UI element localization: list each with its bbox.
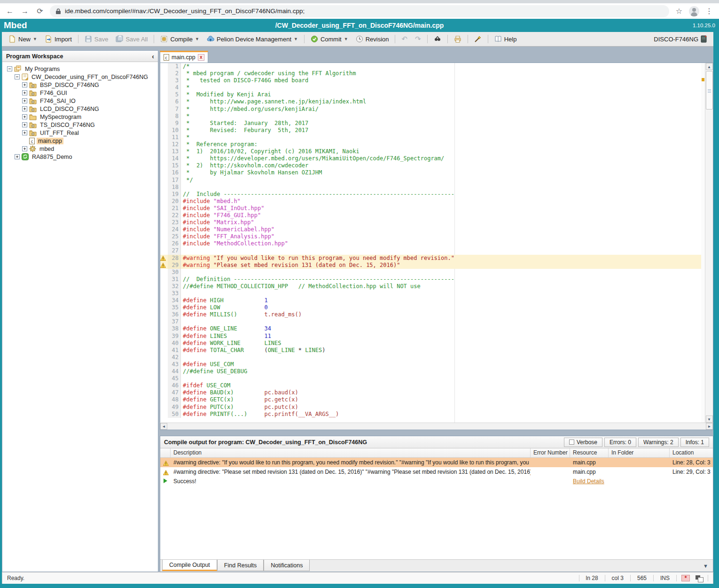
bookmark-star-icon[interactable]: ☆: [674, 7, 684, 16]
code-line-37[interactable]: 37: [160, 318, 701, 325]
bottom-tab-compile-output[interactable]: Compile Output: [162, 560, 217, 571]
tree-item-my-programs[interactable]: My Programs: [2, 65, 158, 73]
revision-button[interactable]: Revision: [353, 34, 392, 44]
code-line-18[interactable]: 18: [160, 184, 701, 191]
code-line-21[interactable]: 21#include "SAI_InOut.hpp": [160, 205, 701, 212]
tree-item-myspectrogram[interactable]: MySpectrogram: [2, 113, 158, 121]
code-line-50[interactable]: 50#define PRINTF(...) pc.printf(__VA_ARG…: [160, 411, 701, 418]
expand-plus-icon[interactable]: [22, 82, 27, 87]
column-resource[interactable]: Resource: [570, 448, 609, 457]
code-line-14[interactable]: 14 * https://developer.mbed.org/users/Mi…: [160, 155, 701, 162]
code-line-22[interactable]: 22#include "F746_GUI.hpp": [160, 212, 701, 219]
expand-plus-icon[interactable]: [22, 122, 27, 127]
code-line-19[interactable]: 19// Include ---------------------------…: [160, 191, 701, 198]
infos-filter-button[interactable]: Infos: 1: [680, 438, 709, 447]
tree-item-bsp-disco-f746ng[interactable]: BSP_DISCO_F746NG: [2, 81, 158, 89]
tree-item-ra8875-demo[interactable]: RA8875_Demo: [2, 153, 158, 161]
browser-back-icon[interactable]: ←: [5, 7, 15, 16]
code-line-11[interactable]: 11 *: [160, 134, 701, 141]
code-line-26[interactable]: 26#include "MethodCollection.hpp": [160, 240, 701, 247]
code-line-20[interactable]: 20#include "mbed.h": [160, 198, 701, 205]
code-line-34[interactable]: 34#define HIGH 1: [160, 297, 701, 304]
code-editor[interactable]: 1/*2 * mbed program / cwdecoder using th…: [160, 63, 713, 423]
tree-item-main-cpp[interactable]: cmain.cpp: [2, 137, 158, 145]
collapse-minus-icon[interactable]: [15, 74, 20, 79]
code-line-28[interactable]: 28#warning "If you would like to run thi…: [160, 255, 701, 262]
code-line-7[interactable]: 7 * http://mbed.org/users/kenjiArai/: [160, 106, 701, 113]
help-button[interactable]: Help: [492, 34, 520, 44]
code-line-41[interactable]: 41#define TOTAL_CHAR (ONE_LINE * LINES): [160, 347, 701, 354]
redo-icon[interactable]: ↷: [412, 33, 424, 45]
compile-result-row[interactable]: #warning directive: "If you would like t…: [160, 458, 713, 467]
code-line-12[interactable]: 12 * Reference program:: [160, 141, 701, 148]
bottom-tab-find-results[interactable]: Find Results: [217, 560, 264, 571]
code-line-33[interactable]: 33: [160, 290, 701, 297]
tree-item-cw-decoder-using-fft-on-discof746ng[interactable]: CW_Decoder_using_FFT_on_DiscoF746NG: [2, 73, 158, 81]
code-line-2[interactable]: 2 * mbed program / cwdecoder using the F…: [160, 70, 701, 77]
compile-button[interactable]: Compile▼: [157, 34, 202, 44]
browser-reload-icon[interactable]: ⟳: [35, 7, 45, 16]
compile-result-row[interactable]: Success!Build Details: [160, 477, 713, 486]
scroll-right-icon[interactable]: ►: [706, 423, 713, 430]
address-bar[interactable]: ide.mbed.com/compiler/#nav:/CW_Decoder_u…: [50, 5, 669, 17]
commit-button[interactable]: Commit▼: [308, 34, 351, 44]
code-line-1[interactable]: 1/*: [160, 63, 701, 70]
code-line-25[interactable]: 25#include "FFT_Analysis.hpp": [160, 233, 701, 240]
warnings-filter-button[interactable]: Warnings: 2: [638, 438, 679, 447]
code-line-48[interactable]: 48#define GETC(x) pc.getc(x): [160, 396, 701, 403]
column-description[interactable]: Description: [171, 448, 531, 457]
code-line-10[interactable]: 10 * Revised: Feburary 5th, 2017: [160, 127, 701, 134]
compile-result-row[interactable]: #warning directive: "Please set mbed rev…: [160, 467, 713, 477]
errors-filter-button[interactable]: Errors: 0: [604, 438, 636, 447]
tree-item-lcd-disco-f746ng[interactable]: LCD_DISCO_F746NG: [2, 105, 158, 113]
collapse-minus-icon[interactable]: [7, 66, 12, 71]
column-in-folder[interactable]: In Folder: [609, 448, 670, 457]
board-selector-button[interactable]: DISCO-F746NG: [651, 34, 710, 44]
vertical-scrollbar[interactable]: ▲ ▼: [705, 63, 713, 423]
profile-avatar[interactable]: [689, 6, 699, 16]
import-button[interactable]: Import: [42, 34, 75, 44]
save-button[interactable]: Save: [82, 34, 111, 44]
tree-item-ts-disco-f746ng[interactable]: TS_DISCO_F746NG: [2, 121, 158, 129]
horizontal-scroll-track[interactable]: [167, 423, 706, 430]
code-line-32[interactable]: 32//#define METHOD_COLLECTION_HPP // Met…: [160, 283, 701, 290]
horizontal-scrollbar[interactable]: ◄ ►: [160, 423, 713, 430]
tree-item-f746-gui[interactable]: F746_GUI: [2, 89, 158, 97]
code-line-45[interactable]: 45: [160, 375, 701, 382]
code-line-39[interactable]: 39#define LINES 11: [160, 333, 701, 340]
expand-plus-icon[interactable]: [22, 98, 27, 103]
column-location[interactable]: Location: [670, 448, 713, 457]
code-line-36[interactable]: 36#define MILLIS() t.read_ms(): [160, 311, 701, 318]
expand-plus-icon[interactable]: [22, 146, 27, 151]
build-details-link[interactable]: Build Details: [573, 478, 604, 485]
tree-item-f746-sai-io[interactable]: F746_SAI_IO: [2, 97, 158, 105]
browser-forward-icon[interactable]: →: [20, 7, 30, 16]
column-error-number[interactable]: Error Number: [531, 448, 570, 457]
scroll-left-icon[interactable]: ◄: [160, 423, 167, 430]
code-line-17[interactable]: 17 */: [160, 177, 701, 184]
code-line-6[interactable]: 6 * http://www.page.sannet.ne.jp/kenjia/…: [160, 98, 701, 105]
tree-item-mbed[interactable]: mbed: [2, 145, 158, 153]
expand-plus-icon[interactable]: [15, 154, 20, 159]
pelion-device-management-button[interactable]: Pelion Device Management▼: [204, 34, 301, 44]
code-line-5[interactable]: 5 * Modified by Kenji Arai: [160, 91, 701, 98]
code-line-49[interactable]: 49#define PUTC(x) pc.putc(x): [160, 404, 701, 411]
code-line-42[interactable]: 42: [160, 354, 701, 361]
collapse-panel-chevron-icon[interactable]: ▼: [703, 563, 708, 569]
panel-collapse-icon[interactable]: ‹: [152, 53, 154, 60]
browser-menu-icon[interactable]: ⋮: [704, 7, 714, 16]
code-line-23[interactable]: 23#include "Matrix.hpp": [160, 219, 701, 226]
panel-splitter[interactable]: [160, 430, 713, 436]
expand-plus-icon[interactable]: [22, 114, 27, 119]
code-line-46[interactable]: 46#ifdef USE_COM: [160, 382, 701, 389]
code-line-29[interactable]: 29#warning "Please set mbed revision 131…: [160, 262, 701, 269]
code-line-35[interactable]: 35#define LOW 0: [160, 304, 701, 311]
tab-close-icon[interactable]: x: [198, 54, 204, 61]
code-line-24[interactable]: 24#include "NumericLabel.hpp": [160, 226, 701, 233]
code-line-38[interactable]: 38#define ONE_LINE 34: [160, 325, 701, 332]
vertical-scroll-thumb[interactable]: [706, 71, 713, 110]
code-line-4[interactable]: 4 *: [160, 84, 701, 91]
format-wand-icon[interactable]: [471, 34, 485, 44]
windows-layout-icon[interactable]: [696, 575, 703, 581]
code-line-16[interactable]: 16 * by Hjalmar Skovholm Hansen OZ1JHM: [160, 169, 701, 176]
